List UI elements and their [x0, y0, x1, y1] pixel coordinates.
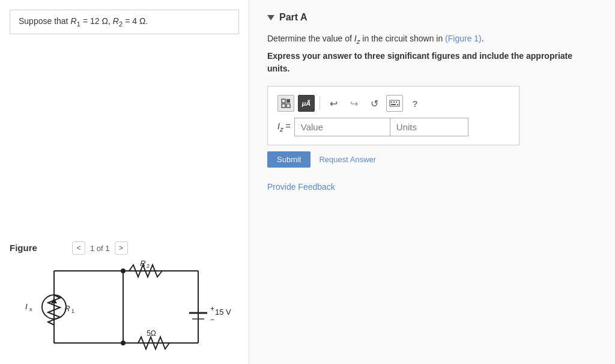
part-title: Part A — [279, 12, 308, 23]
svg-text:2: 2 — [147, 263, 150, 269]
svg-text:R: R — [140, 259, 145, 268]
svg-rect-26 — [282, 104, 285, 108]
svg-rect-24 — [282, 99, 285, 103]
request-answer-link[interactable]: Request Answer — [319, 155, 376, 164]
figure-label: Figure — [10, 243, 37, 253]
svg-text:I: I — [25, 302, 28, 311]
svg-rect-29 — [391, 102, 392, 103]
svg-point-5 — [121, 268, 126, 273]
svg-text:+: + — [210, 305, 214, 313]
svg-rect-27 — [286, 104, 290, 108]
value-input[interactable] — [294, 118, 390, 136]
toolbar-divider-1 — [320, 97, 320, 110]
keyboard-icon[interactable] — [386, 95, 403, 112]
svg-rect-33 — [397, 104, 398, 105]
problem-statement: Suppose that R1 = 12 Ω, R2 = 4 Ω. — [10, 10, 239, 34]
left-panel: Suppose that R1 = 12 Ω, R2 = 4 Ω. Figure… — [0, 0, 249, 364]
nav-prev-button[interactable]: < — [72, 241, 85, 255]
reload-icon[interactable]: ↺ — [366, 95, 383, 112]
answer-input-row: Iz = — [277, 118, 509, 136]
svg-rect-25 — [286, 99, 290, 103]
svg-point-6 — [121, 341, 126, 345]
mu-a-icon[interactable]: μÃ — [298, 95, 315, 112]
svg-text:5Ω: 5Ω — [147, 329, 156, 338]
part-header: Part A — [267, 12, 597, 23]
question-line1: Determine the value of Iz in the circuit… — [267, 32, 597, 46]
iz-label: Iz = — [277, 121, 291, 133]
provide-feedback-link[interactable]: Provide Feedback — [267, 182, 597, 192]
grid-icon[interactable] — [277, 95, 294, 112]
svg-rect-28 — [390, 100, 399, 106]
svg-text:−: − — [210, 315, 214, 324]
svg-text:x: x — [29, 306, 32, 312]
circuit-diagram: R 2 R 1 5Ω + − 15 V — [18, 259, 234, 358]
action-row: Submit Request Answer — [267, 151, 597, 168]
svg-text:1: 1 — [71, 308, 74, 314]
svg-text:15 V: 15 V — [215, 308, 231, 317]
undo-icon[interactable]: ↩ — [325, 95, 342, 112]
svg-rect-30 — [393, 102, 395, 103]
nav-page-indicator: 1 of 1 — [90, 244, 110, 253]
answer-container: μÃ ↩ ↪ ↺ ? Iz = — [267, 86, 520, 145]
submit-button[interactable]: Submit — [267, 151, 311, 168]
units-input[interactable] — [390, 118, 468, 136]
figure-nav: < 1 of 1 > — [72, 241, 128, 255]
question-line2: Express your answer to three significant… — [267, 50, 597, 75]
collapse-icon[interactable] — [267, 15, 274, 20]
right-panel: Part A Determine the value of Iz in the … — [249, 0, 615, 364]
help-icon[interactable]: ? — [407, 95, 423, 112]
svg-rect-31 — [396, 102, 397, 103]
toolbar: μÃ ↩ ↪ ↺ ? — [277, 95, 509, 112]
nav-next-button[interactable]: > — [115, 241, 128, 255]
svg-rect-32 — [391, 104, 396, 105]
redo-icon[interactable]: ↪ — [345, 95, 362, 112]
